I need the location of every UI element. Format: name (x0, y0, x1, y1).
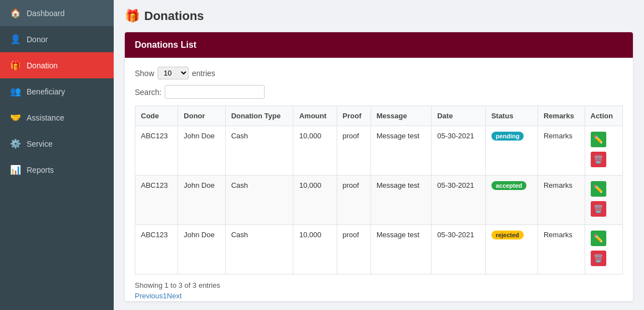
status-badge: pending (491, 132, 524, 141)
entries-select[interactable]: 102550100 (158, 67, 189, 79)
cell-donor: John Doe (178, 126, 225, 176)
reports-icon: 📊 (10, 164, 21, 175)
sidebar: 🏠Dashboard👤Donor🎁Donation👥Beneficiary🤝As… (0, 0, 114, 310)
status-badge: rejected (491, 231, 524, 239)
col-action: Action (585, 106, 623, 126)
edit-button[interactable]: ✏️ (591, 132, 606, 147)
cell-message: Message test (371, 126, 431, 176)
table-row: ABC123John DoeCash10,000proofMessage tes… (135, 126, 623, 176)
search-row: Search: (135, 85, 623, 99)
assistance-icon: 🤝 (10, 112, 21, 123)
sidebar-item-service[interactable]: ⚙️Service (0, 131, 114, 157)
action-cell: ✏️🗑️ (585, 176, 623, 225)
col-remarks: Remarks (537, 106, 585, 126)
donation-icon: 🎁 (10, 60, 21, 71)
sidebar-label-donation: Donation (27, 61, 58, 70)
cell-proof: proof (337, 225, 371, 274)
cell-message: Message test (371, 225, 431, 274)
cell-code: ABC123 (135, 126, 178, 176)
card-body: Show 102550100 entries Search: CodeDonor… (125, 58, 633, 301)
pagination-page-1[interactable]: 1 (163, 292, 167, 300)
search-label: Search: (135, 88, 161, 97)
edit-button[interactable]: ✏️ (591, 231, 606, 246)
sidebar-label-service: Service (27, 139, 53, 148)
delete-button[interactable]: 🗑️ (591, 251, 606, 266)
cell-amount: 10,000 (293, 225, 337, 274)
card-header-title: Donations List (135, 40, 196, 49)
service-icon: ⚙️ (10, 138, 21, 149)
donor-icon: 👤 (10, 34, 21, 44)
sidebar-label-assistance: Assistance (27, 113, 64, 122)
entries-label: entries (192, 69, 215, 78)
cell-code: ABC123 (135, 225, 178, 274)
search-input[interactable] (165, 85, 265, 99)
sidebar-label-reports: Reports (27, 166, 54, 174)
cell-date: 05-30-2021 (432, 176, 485, 225)
cell-donor: John Doe (178, 225, 225, 274)
delete-button[interactable]: 🗑️ (591, 152, 606, 167)
pagination-info: Showing 1 to 3 of 3 entries (135, 281, 220, 289)
table-head: CodeDonorDonation TypeAmountProofMessage… (135, 106, 623, 126)
pagination[interactable]: Previous 1 Next (135, 292, 623, 300)
col-amount: Amount (293, 106, 337, 126)
edit-button[interactable]: ✏️ (591, 181, 606, 197)
main-content: 🎁 Donations Donations List Show 10255010… (114, 0, 644, 310)
page-title-container: 🎁 Donations (125, 9, 633, 23)
donations-card: Donations List Show 102550100 entries Se… (125, 32, 633, 301)
cell-donor: John Doe (178, 176, 225, 225)
table-row: ABC123John DoeCash10,000proofMessage tes… (135, 176, 623, 225)
col-message: Message (371, 106, 431, 126)
dashboard-icon: 🏠 (10, 8, 21, 18)
sidebar-item-reports[interactable]: 📊Reports (0, 157, 114, 183)
cell-date: 05-30-2021 (432, 225, 485, 274)
cell-code: ABC123 (135, 176, 178, 225)
cell-donation-type: Cash (225, 225, 293, 274)
cell-donation-type: Cash (225, 126, 293, 176)
pagination-previous[interactable]: Previous (135, 292, 163, 300)
sidebar-item-assistance[interactable]: 🤝Assistance (0, 104, 114, 131)
table-header-row: CodeDonorDonation TypeAmountProofMessage… (135, 106, 623, 126)
table-controls: Show 102550100 entries (135, 67, 623, 79)
col-date: Date (432, 106, 485, 126)
table-info: Showing 1 to 3 of 3 entries (135, 281, 623, 289)
col-donor: Donor (178, 106, 225, 126)
donations-table: CodeDonorDonation TypeAmountProofMessage… (135, 106, 623, 274)
cell-remarks: Remarks (537, 225, 585, 274)
cell-remarks: Remarks (537, 126, 585, 176)
action-cell: ✏️🗑️ (585, 225, 623, 274)
cell-date: 05-30-2021 (432, 126, 485, 176)
status-badge: accepted (491, 181, 527, 190)
page-title-text: Donations (144, 9, 204, 23)
cell-amount: 10,000 (293, 126, 337, 176)
cell-remarks: Remarks (537, 176, 585, 225)
sidebar-label-beneficiary: Beneficiary (27, 87, 65, 96)
card-header: Donations List (125, 32, 633, 58)
pagination-next[interactable]: Next (167, 292, 182, 300)
sidebar-item-beneficiary[interactable]: 👥Beneficiary (0, 78, 114, 104)
cell-proof: proof (337, 176, 371, 225)
col-donation-type: Donation Type (225, 106, 293, 126)
sidebar-item-donor[interactable]: 👤Donor (0, 26, 114, 52)
cell-amount: 10,000 (293, 176, 337, 225)
sidebar-label-donor: Donor (27, 35, 48, 44)
page-title-icon: 🎁 (125, 9, 140, 23)
sidebar-item-dashboard[interactable]: 🏠Dashboard (0, 0, 114, 26)
table-body: ABC123John DoeCash10,000proofMessage tes… (135, 126, 623, 274)
col-proof: Proof (337, 106, 371, 126)
action-cell: ✏️🗑️ (585, 126, 623, 176)
sidebar-label-dashboard: Dashboard (27, 9, 65, 18)
sidebar-item-donation[interactable]: 🎁Donation (0, 52, 114, 78)
delete-button[interactable]: 🗑️ (591, 201, 606, 217)
beneficiary-icon: 👥 (10, 86, 21, 97)
cell-message: Message test (371, 176, 431, 225)
col-status: Status (485, 106, 537, 126)
cell-proof: proof (337, 126, 371, 176)
show-label: Show (135, 69, 154, 78)
table-row: ABC123John DoeCash10,000proofMessage tes… (135, 225, 623, 274)
col-code: Code (135, 106, 178, 126)
cell-donation-type: Cash (225, 176, 293, 225)
